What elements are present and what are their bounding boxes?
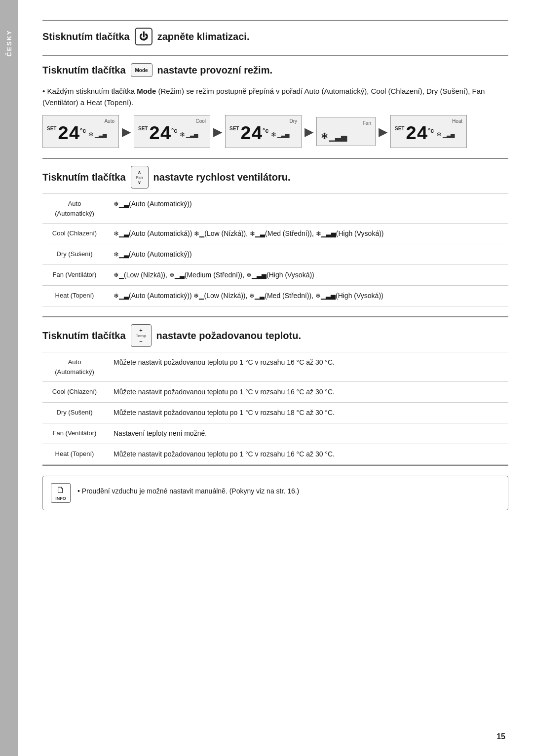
temp-mode-fan: Fan (Ventilátor) <box>42 423 107 444</box>
fan-sym-row5c: ❄▁▃ <box>249 292 265 300</box>
mode-panel-dry: Dry SET 24 °c ❄ ▁▃▅ <box>225 115 302 148</box>
panel-temp-dry: 24 <box>240 125 263 144</box>
fan-desc-auto: ❄▁▃(Auto (Automatický)) <box>107 194 508 224</box>
side-tab: ČESKY <box>0 0 18 756</box>
panel-display-fan: ❄ ▁▃▅ <box>321 127 347 142</box>
temp-desc-dry: Můžete nastavit požadovanou teplotu po 1… <box>107 403 508 423</box>
info-text-content: Proudění vzduchu je možné nastavit manuá… <box>82 487 299 495</box>
panel-display-dry: SET 24 °c ❄ ▁▃▅ <box>229 125 289 144</box>
panel-label-fan: Fan <box>363 120 371 126</box>
mode-panels-row: Auto SET 24 °c ❄ ▁▃▅ ▶ Cool SET 24 <box>42 115 508 148</box>
temp-desc-heat: Můžete nastavit požadovanou teplotu po 1… <box>107 444 508 465</box>
info-icon-box: 🗋 INFO <box>51 483 71 503</box>
temp-mode-heat: Heat (Topení) <box>42 444 107 465</box>
info-box: 🗋 INFO • Proudění vzduchu je možné nasta… <box>42 476 508 510</box>
temp-row-dry: Dry (Sušení) Můžete nastavit požadovanou… <box>42 403 508 423</box>
fan-sym-row5a: ❄▁▃ <box>114 292 129 300</box>
fan-sym-dry: ❄ <box>271 131 276 138</box>
panel-icons-dry: ❄ ▁▃▅ <box>271 131 289 138</box>
mode-description: • Každým stisknutím tlačítka Mode (Režim… <box>42 86 508 108</box>
fan-mode-heat: Heat (Topení) <box>42 286 107 306</box>
panel-set-heat: SET <box>395 126 404 131</box>
info-icon: 🗋 <box>56 485 65 495</box>
temp-desc-auto: Můžete nastavit požadovanou teplotu po 1… <box>107 352 508 382</box>
page-wrapper: ČESKY Stisknutím tlačítka ⏻ zapněte klim… <box>0 0 533 756</box>
fan-heading-post: nastavte rychlost ventilátoru. <box>153 172 291 183</box>
power-heading-post: zapněte klimatizaci. <box>157 31 250 42</box>
panel-deg-dry: °c <box>263 127 268 134</box>
fan-sym-row3: ❄▁▃ <box>114 251 129 258</box>
fan-sym-row2c: ❄▁▃ <box>250 230 265 237</box>
fan-icon: ∧ Fan ∨ <box>131 166 149 189</box>
panel-set-auto: SET <box>47 126 56 131</box>
fan-section-header: Tisknutím tlačítka ∧ Fan ∨ nastavte rych… <box>42 158 508 193</box>
temp-icon: + Temp − <box>131 324 152 347</box>
mode-heading-post: nastavte provozní režim. <box>157 65 272 76</box>
main-content: Stisknutím tlačítka ⏻ zapněte klimatizac… <box>18 0 533 756</box>
power-section-header: Stisknutím tlačítka ⏻ zapněte klimatizac… <box>42 20 508 50</box>
temp-heading-pre: Tisknutím tlačítka <box>42 330 126 341</box>
fan-sym-row1: ❄▁▃ <box>114 200 129 208</box>
fan-row-fan: Fan (Ventilátor) ❄▁(Low (Nízká)), ❄▁▃(Me… <box>42 265 508 286</box>
mode-icon: Mode <box>131 63 152 77</box>
fan-heading-pre: Tisknutím tlačítka <box>42 172 126 183</box>
info-label: INFO <box>55 496 66 501</box>
temp-mode-cool: Cool (Chlazení) <box>42 382 107 403</box>
fan-sym-row2a: ❄▁▃ <box>114 230 129 237</box>
fan-sym-auto: ❄ <box>88 131 94 138</box>
panel-icons-heat: ❄ ▁▃▅ <box>436 131 455 138</box>
panel-label-dry: Dry <box>289 118 297 124</box>
fan-sym-row2b: ❄▁ <box>194 230 204 237</box>
signal-auto: ▁▃▅ <box>95 132 107 138</box>
panel-icons-cool: ❄ ▁▃▅ <box>180 131 198 138</box>
mode-panel-cool: Cool SET 24 °c ❄ ▁▃▅ <box>134 115 210 148</box>
panel-label-heat: Heat <box>452 118 462 124</box>
fan-sym-row4c: ❄▁▃▅ <box>246 271 266 279</box>
fan-sym-row4a: ❄▁ <box>114 271 124 279</box>
mode-panel-fan: Fan ❄ ▁▃▅ <box>316 117 376 146</box>
temp-mode-auto: Auto (Automatický) <box>42 352 107 382</box>
info-text: • Proudění vzduchu je možné nastavit man… <box>77 483 299 496</box>
fan-desc-cool: ❄▁▃(Auto (Automatická)) ❄▁(Low (Nízká)),… <box>107 224 508 244</box>
temp-desc-fan: Nastavení teploty není možné. <box>107 423 508 444</box>
signal-heat: ▁▃▅ <box>443 132 455 138</box>
fan-row-cool: Cool (Chlazení) ❄▁▃(Auto (Automatická)) … <box>42 224 508 244</box>
fan-row-heat: Heat (Topení) ❄▁▃(Auto (Automatický)) ❄▁… <box>42 286 508 306</box>
mode-heading-pre: Tisknutím tlačítka <box>42 65 126 76</box>
temp-row-fan: Fan (Ventilátor) Nastavení teploty není … <box>42 423 508 444</box>
arrow-3: ▶ <box>302 125 316 139</box>
mode-section-header: Tisknutím tlačítka Mode nastavte provozn… <box>42 55 508 82</box>
temp-section-header: Tisknutím tlačítka + Temp − nastavte pož… <box>42 316 508 352</box>
fan-mode-auto: Auto (Automatický) <box>42 194 107 224</box>
temp-row-auto: Auto (Automatický) Můžete nastavit požad… <box>42 352 508 382</box>
temp-table: Auto (Automatický) Můžete nastavit požad… <box>42 352 508 465</box>
signal-dry: ▁▃▅ <box>277 132 289 138</box>
fan-mode-fan: Fan (Ventilátor) <box>42 265 107 286</box>
panel-temp-heat: 24 <box>405 125 428 144</box>
mode-panel-heat: Heat SET 24 °c ❄ ▁▃▅ <box>390 115 467 148</box>
fan-sym-row2d: ❄▁▃▅ <box>316 230 336 237</box>
temp-row-heat: Heat (Topení) Můžete nastavit požadovano… <box>42 444 508 465</box>
mode-panel-auto: Auto SET 24 °c ❄ ▁▃▅ <box>42 115 119 148</box>
side-tab-text: ČESKY <box>5 30 13 57</box>
fan-desc-fan: ❄▁(Low (Nízká)), ❄▁▃(Medium (Střední)), … <box>107 265 508 286</box>
fan-table: Auto (Automatický) ❄▁▃(Auto (Automatický… <box>42 193 508 306</box>
panel-temp-auto: 24 <box>57 125 80 144</box>
fan-mode-cool: Cool (Chlazení) <box>42 224 107 244</box>
fan-sym-heat: ❄ <box>436 131 442 138</box>
panel-icons-auto: ❄ ▁▃▅ <box>88 131 107 138</box>
panel-set-dry: SET <box>229 126 239 131</box>
arrow-1: ▶ <box>119 125 134 139</box>
temp-mode-dry: Dry (Sušení) <box>42 403 107 423</box>
fan-row-auto: Auto (Automatický) ❄▁▃(Auto (Automatický… <box>42 194 508 224</box>
fan-desc-heat: ❄▁▃(Auto (Automatický)) ❄▁(Low (Nízká)),… <box>107 286 508 306</box>
panel-temp-cool: 24 <box>149 125 171 144</box>
temp-row-cool: Cool (Chlazení) Můžete nastavit požadova… <box>42 382 508 403</box>
arrow-4: ▶ <box>376 125 390 139</box>
panel-display-auto: SET 24 °c ❄ ▁▃▅ <box>47 125 107 144</box>
panel-display-heat: SET 24 °c ❄ ▁▃▅ <box>395 125 455 144</box>
temp-desc-cool: Můžete nastavit požadovanou teplotu po 1… <box>107 382 508 403</box>
fan-sym-row4b: ❄▁▃ <box>169 271 185 279</box>
temp-heading-post: nastavte požadovanou teplotu. <box>156 330 301 341</box>
signal-fan: ▁▃▅ <box>329 132 347 142</box>
